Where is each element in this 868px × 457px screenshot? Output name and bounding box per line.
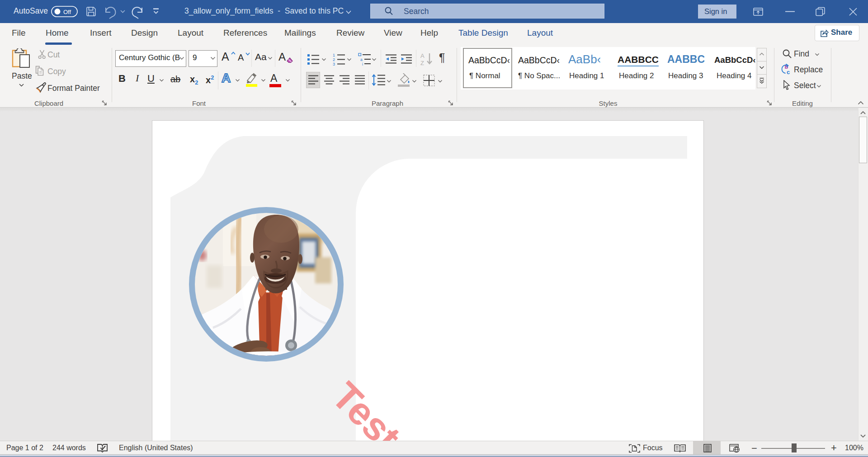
svg-text:Z: Z [420, 60, 424, 66]
svg-text:Off: Off [63, 9, 71, 15]
svg-text:i: i [362, 62, 363, 66]
svg-text:A: A [420, 52, 425, 59]
svg-text:a: a [360, 57, 363, 62]
svg-text:c: c [787, 69, 790, 75]
svg-text:3: 3 [333, 62, 335, 66]
svg-text:1: 1 [333, 53, 335, 57]
svg-text:2: 2 [333, 57, 335, 62]
